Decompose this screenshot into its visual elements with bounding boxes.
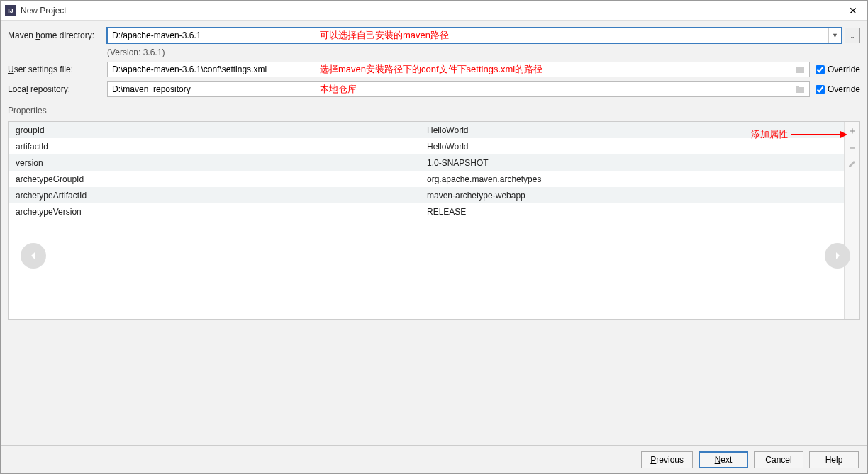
browse-button[interactable]: ... (845, 28, 860, 43)
settings-input[interactable] (107, 62, 810, 77)
repo-label: Local repository: (8, 84, 107, 94)
folder-icon[interactable] (794, 84, 806, 94)
property-value: maven-archetype-webapp (427, 191, 837, 201)
properties-section-label: Properties (8, 106, 860, 118)
folder-icon[interactable] (794, 64, 806, 74)
settings-label: User settings file: (8, 64, 107, 74)
close-icon[interactable]: ✕ (843, 5, 863, 16)
property-key: groupId (16, 125, 427, 135)
maven-home-row: Maven home directory: ▼ 可以选择自己安装的maven路径… (8, 28, 860, 43)
properties-table: groupIdHelloWorldartifactIdHelloWorldver… (9, 122, 844, 220)
property-key: archetypeArtifactId (16, 191, 427, 201)
table-row[interactable]: artifactIdHelloWorld (9, 138, 844, 154)
repo-row: Local repository: 本地仓库 Override (8, 81, 860, 97)
window-title: New Project (21, 6, 843, 16)
remove-icon[interactable]: － (847, 142, 857, 154)
cancel-button[interactable]: Cancel (754, 451, 803, 468)
property-key: artifactId (16, 142, 427, 152)
property-key: archetypeGroupId (16, 174, 427, 184)
override-settings-checkbox[interactable]: Override (816, 64, 860, 74)
property-key: archetypeVersion (16, 207, 427, 217)
add-icon[interactable]: ＋ (847, 125, 857, 137)
settings-row: User settings file: 选择maven安装路径下的conf文件下… (8, 62, 860, 77)
chevron-down-icon[interactable]: ▼ (828, 28, 841, 43)
table-row[interactable]: version1.0-SNAPSHOT (9, 154, 844, 171)
previous-button[interactable]: Previous (641, 451, 693, 468)
table-row[interactable]: groupIdHelloWorld (9, 122, 844, 138)
footer: Previous Next Cancel Help (1, 445, 867, 473)
nav-prev-icon[interactable] (21, 243, 46, 269)
properties-panel: groupIdHelloWorldartifactIdHelloWorldver… (8, 121, 860, 320)
maven-home-input[interactable] (107, 28, 842, 43)
table-row[interactable]: archetypeArtifactIdmaven-archetype-webap… (9, 187, 844, 203)
property-value: 1.0-SNAPSHOT (427, 158, 837, 168)
app-icon: IJ (5, 5, 16, 16)
repo-input[interactable] (107, 81, 810, 97)
help-button[interactable]: Help (809, 451, 859, 468)
override-repo-checkbox[interactable]: Override (816, 84, 860, 94)
table-row[interactable]: archetypeGroupIdorg.apache.maven.archety… (9, 171, 844, 187)
property-value: HelloWorld (427, 125, 837, 135)
property-key: version (16, 158, 427, 168)
version-text: (Version: 3.6.1) (107, 47, 860, 57)
nav-next-icon[interactable] (825, 243, 850, 269)
titlebar: IJ New Project ✕ (1, 1, 867, 21)
maven-home-label: Maven home directory: (8, 30, 107, 40)
edit-icon[interactable] (848, 159, 857, 170)
property-value: RELEASE (427, 207, 837, 217)
property-value: HelloWorld (427, 142, 837, 152)
next-button[interactable]: Next (699, 451, 748, 468)
properties-tools: ＋ － (844, 122, 859, 319)
property-value: org.apache.maven.archetypes (427, 174, 837, 184)
table-row[interactable]: archetypeVersionRELEASE (9, 203, 844, 220)
